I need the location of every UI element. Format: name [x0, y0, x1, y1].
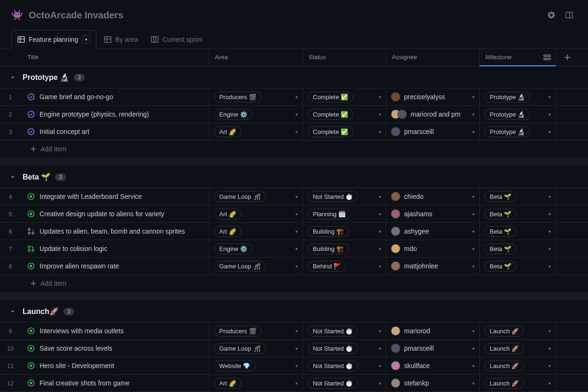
table-row[interactable]: 5 Creative design update to aliens for v… [0, 205, 588, 223]
column-area[interactable]: Area [209, 49, 302, 66]
table-row[interactable]: 7 Update to colision logic Engine ⚙️ ▾ B… [0, 240, 588, 258]
assignee-cell[interactable]: mariorod ▾ [386, 322, 479, 339]
milestone-cell[interactable]: Launch 🚀 ▾ [479, 322, 556, 339]
area-cell[interactable]: Art 🌈 ▾ [209, 375, 302, 392]
status-cell[interactable]: Planning 🗓️ ▾ [302, 205, 386, 222]
row-title-cell[interactable]: Game brief and go-no-go [21, 88, 209, 105]
milestone-cell[interactable]: Launch 🚀 ▾ [479, 375, 556, 392]
milestone-cell[interactable]: Beta 🌱 ▾ [479, 188, 556, 205]
status-cell[interactable]: Building 🏗️ ▾ [302, 223, 386, 240]
tab-current-sprint[interactable]: Current sprint [145, 30, 208, 48]
status-cell[interactable]: Complete ✅ ▾ [302, 106, 386, 123]
status-cell[interactable]: Not Started ⏱️ ▾ [302, 340, 386, 357]
caret-down-icon: ▾ [472, 346, 475, 351]
row-title-cell[interactable]: Final creative shots from game [21, 375, 209, 392]
area-cell[interactable]: Game Loop 🎢 ▾ [209, 188, 302, 205]
table-row[interactable]: 8 Improve alien respawn rate Game Loop 🎢… [0, 257, 588, 275]
area-cell[interactable]: Engine ⚙️ ▾ [209, 106, 302, 123]
row-title-cell[interactable]: Updates to alien, beam, bomb and cannon … [21, 223, 209, 240]
area-cell[interactable]: Producers 🎬 ▾ [209, 322, 302, 339]
column-assignee[interactable]: Assignee [386, 49, 479, 66]
milestone-cell[interactable]: Beta 🌱 ▾ [479, 223, 556, 240]
assignee-cell[interactable]: stefankp ▾ [386, 375, 479, 392]
row-title: Interviews with media outlets [40, 327, 124, 335]
chevron-down-icon[interactable] [9, 174, 18, 180]
table-row[interactable]: 10 Save score across levels Game Loop 🎢 … [0, 339, 588, 357]
group-title: Beta 🌱 [23, 172, 50, 181]
assignee-cell[interactable]: mattjohnlee ▾ [386, 258, 479, 274]
milestone-cell[interactable]: Beta 🌱 ▾ [479, 240, 556, 257]
table-row[interactable]: 1 Game brief and go-no-go Producers 🎬 ▾ … [0, 88, 588, 106]
panel-button[interactable] [562, 8, 577, 23]
milestone-cell[interactable]: Prototype 🔬 ▾ [479, 106, 556, 123]
assignee-cell[interactable]: chiedo ▾ [386, 188, 479, 205]
assignee-cell[interactable]: mdo ▾ [386, 240, 479, 257]
status-cell[interactable]: Complete ✅ ▾ [302, 123, 386, 140]
assignee-cell[interactable]: skullface ▾ [386, 357, 479, 374]
row-title-cell[interactable]: Initial concept art [21, 123, 209, 140]
group-count-badge: 3 [55, 173, 66, 181]
status-cell[interactable]: Not Started ⏱️ ▾ [302, 322, 386, 339]
group-spacer [0, 157, 588, 166]
area-cell[interactable]: Producers 🎬 ▾ [209, 88, 302, 105]
assignee-cell[interactable]: ajashams ▾ [386, 205, 479, 222]
milestone-cell[interactable]: Launch 🚀 ▾ [479, 357, 556, 374]
status-cell[interactable]: Not Started ⏱️ ▾ [302, 357, 386, 374]
tab-feature-planning[interactable]: Feature planning ▾ [11, 30, 96, 49]
column-title[interactable]: Title [0, 49, 209, 66]
milestone-cell[interactable]: Prototype 🔬 ▾ [479, 88, 556, 105]
status-pill: Not Started ⏱️ [308, 343, 358, 354]
row-title-cell[interactable]: Creative design update to aliens for var… [21, 205, 209, 222]
row-title-cell[interactable]: Improve alien respawn rate [21, 258, 209, 274]
milestone-pill: Launch 🚀 [485, 343, 524, 354]
assignee-cell[interactable]: mariorod and pm ▾ [386, 106, 479, 123]
table-row[interactable]: 11 Hero site - Developement Website 💎 ▾ … [0, 357, 588, 375]
milestone-cell[interactable]: Beta 🌱 ▾ [479, 205, 556, 222]
area-cell[interactable]: Website 💎 ▾ [209, 357, 302, 374]
table-row[interactable]: 9 Interviews with media outlets Producer… [0, 322, 588, 340]
avatar-stack [391, 261, 400, 271]
status-cell[interactable]: Not Started ⏱️ ▾ [302, 375, 386, 392]
assignee-cell[interactable]: preciselyalyss ▾ [386, 88, 479, 105]
row-title-cell[interactable]: Engine prototype (physics, rendering) [21, 106, 209, 123]
row-title-cell[interactable]: Update to colision logic [21, 240, 209, 257]
add-item-button[interactable]: Add item [0, 275, 588, 292]
milestone-cell[interactable]: Beta 🌱 ▾ [479, 258, 556, 274]
chevron-down-icon[interactable] [9, 74, 18, 81]
group-spacer [0, 292, 588, 300]
row-title-cell[interactable]: Hero site - Developement [21, 357, 209, 374]
status-cell[interactable]: Not Started ⏱️ ▾ [302, 188, 386, 205]
add-column-button[interactable] [556, 49, 578, 66]
area-cell[interactable]: Art 🌈 ▾ [209, 223, 302, 240]
milestone-cell[interactable]: Prototype 🔬 ▾ [479, 123, 556, 140]
assignee-cell[interactable]: pmarsceill ▾ [386, 123, 479, 140]
column-milestone[interactable]: Milestone [479, 49, 556, 66]
assignee-cell[interactable]: ashygee ▾ [386, 223, 479, 240]
table-row[interactable]: 3 Initial concept art Art 🌈 ▾ Complete ✅… [0, 123, 588, 141]
add-item-button[interactable]: Add item [0, 141, 588, 157]
tab-dropdown[interactable]: ▾ [82, 35, 90, 44]
milestone-cell[interactable]: Launch 🚀 ▾ [479, 340, 556, 357]
avatar-stack [391, 344, 400, 353]
svg-rect-8 [151, 37, 158, 42]
column-status[interactable]: Status [302, 49, 386, 66]
chevron-down-icon[interactable] [9, 308, 18, 315]
status-cell[interactable]: Complete ✅ ▾ [302, 88, 386, 105]
table-row[interactable]: 4 Integrate with Leaderboard Service Gam… [0, 188, 588, 205]
table-row[interactable]: 6 Updates to alien, beam, bomb and canno… [0, 222, 588, 240]
row-title-cell[interactable]: Interviews with media outlets [21, 322, 209, 339]
area-cell[interactable]: Engine ⚙️ ▾ [209, 240, 302, 257]
table-row[interactable]: 12 Final creative shots from game Art 🌈 … [0, 374, 588, 392]
tab-by-area[interactable]: By area [98, 30, 143, 48]
row-title-cell[interactable]: Integrate with Leaderboard Service [21, 188, 209, 205]
status-cell[interactable]: Building 🏗️ ▾ [302, 240, 386, 257]
assignee-cell[interactable]: pmarsceill ▾ [386, 340, 479, 357]
area-cell[interactable]: Game Loop 🎢 ▾ [209, 340, 302, 357]
area-cell[interactable]: Art 🌈 ▾ [209, 205, 302, 222]
area-cell[interactable]: Game Loop 🎢 ▾ [209, 258, 302, 274]
settings-button[interactable] [544, 8, 559, 23]
status-cell[interactable]: Behind 🚩 ▾ [302, 258, 386, 274]
row-title-cell[interactable]: Save score across levels [21, 340, 209, 357]
area-cell[interactable]: Art 🌈 ▾ [209, 123, 302, 140]
table-row[interactable]: 2 Engine prototype (physics, rendering) … [0, 105, 588, 123]
